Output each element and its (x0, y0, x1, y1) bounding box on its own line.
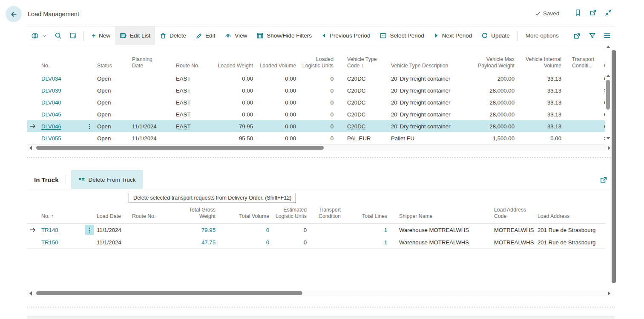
scroll-right-arrow[interactable] (608, 291, 610, 296)
transport-request-link[interactable]: TR150 (38, 239, 84, 246)
column-header-loaded-volume[interactable]: Loaded Volume (256, 63, 299, 72)
back-button[interactable] (6, 6, 22, 22)
save-status-label: Saved (543, 10, 559, 17)
column-header-transport-condition[interactable]: Transport Condition (311, 207, 356, 223)
column-header-no[interactable]: No. ↑ (38, 213, 84, 223)
upper-horizontal-scrollbar[interactable] (27, 145, 614, 151)
column-header-loaded-weight[interactable]: Loaded Weight (209, 63, 256, 72)
funnel-icon (589, 32, 596, 39)
select-period-icon (380, 32, 387, 39)
header-spacer (84, 70, 95, 72)
toolbar-divider (83, 31, 84, 41)
table-row[interactable]: DLV045 Open EAST 0.00 0.00 0 C20DC 20’ D… (27, 108, 605, 121)
scrollbar-thumb[interactable] (36, 291, 302, 295)
lower-horizontal-scrollbar[interactable] (27, 290, 614, 296)
scroll-left-arrow[interactable] (29, 146, 32, 150)
column-header-load-date[interactable]: Load Date (95, 213, 129, 223)
toolbar-divider (518, 31, 518, 41)
delivery-no-link[interactable]: DLV040 (38, 99, 84, 106)
eye-icon (224, 32, 232, 39)
transport-request-link[interactable]: TR148 (38, 227, 84, 233)
row-ellipsis-menu[interactable]: ⋮ (84, 123, 95, 129)
new-button[interactable]: + New (87, 26, 115, 45)
upper-vertical-scrollbar[interactable] (606, 74, 611, 143)
in-truck-table-header: No. ↑ Load Date Route No. Total Gross We… (27, 189, 605, 223)
scrollbar-thumb[interactable] (606, 80, 610, 110)
analyze-button[interactable] (66, 26, 80, 45)
column-header-no[interactable]: No. (38, 63, 84, 72)
delete-from-truck-label: Delete From Truck (89, 177, 136, 183)
scroll-left-arrow[interactable] (29, 291, 32, 296)
view-button[interactable]: View (220, 26, 252, 45)
column-header-total-volume[interactable]: Total Volume (218, 213, 273, 223)
update-label: Update (491, 32, 510, 39)
delivery-no-link[interactable]: DLV055 (38, 135, 84, 142)
bookmark-icon[interactable] (574, 9, 581, 16)
delete-from-truck-button[interactable]: Delete From Truck (71, 170, 143, 189)
scroll-right-arrow[interactable] (608, 146, 610, 150)
column-header-status[interactable]: Status (95, 63, 129, 72)
next-period-button[interactable]: Next Period (429, 26, 477, 45)
delivery-no-link[interactable]: DLV046 (38, 123, 84, 130)
edit-button[interactable]: Edit (191, 26, 220, 45)
switch-view-icon (31, 32, 39, 40)
page-scroll-up-arrow[interactable] (606, 46, 610, 48)
minimize-icon[interactable] (605, 9, 612, 16)
column-header-vehicle-max-payload-weight[interactable]: Vehicle Max Payload Weight (471, 56, 518, 72)
in-truck-section-header: In Truck Delete From Truck (27, 170, 615, 189)
column-header-vehicle-internal-volume[interactable]: Vehicle Internal Volume (518, 56, 566, 72)
delivery-no-link[interactable]: DLV034 (38, 75, 84, 82)
table-row[interactable]: DLV055 Open 11/1/2024 95.50 0.00 0 PAL.E… (27, 132, 605, 145)
filter-button[interactable] (585, 32, 600, 39)
table-row[interactable]: TR150 11/1/2024 47.75 0 0 1 Warehouse MO… (27, 236, 605, 249)
column-header-load-address-code[interactable]: Load Address Code (488, 207, 535, 223)
previous-period-button[interactable]: Previous Period (316, 26, 375, 45)
show-hide-filters-button[interactable]: Show/Hide Filters (252, 26, 316, 45)
delivery-table-header: No. Status Planning Date Route No. Loade… (27, 44, 605, 73)
select-period-button[interactable]: Select Period (375, 26, 428, 45)
delete-button[interactable]: Delete (155, 26, 191, 45)
column-header-vehicle-type-description[interactable]: Vehicle Type Description (388, 63, 471, 72)
search-button[interactable] (51, 26, 66, 45)
switch-view-button[interactable] (27, 26, 51, 45)
column-header-estimated-logistic-units[interactable]: Estimated Logistic Units (273, 207, 311, 223)
table-row-selected[interactable]: TR148 ⋮ 11/1/2024 79.95 0 0 1 Warehouse … (27, 223, 605, 237)
table-row[interactable]: DLV040 Open EAST 0.00 0.00 0 C20DC 20’ D… (27, 96, 605, 109)
table-row-selected[interactable]: DLV046 ⋮ Open 11/1/2024 EAST 79.95 0.00 … (27, 120, 605, 133)
scrollbar-thumb[interactable] (36, 146, 324, 150)
column-header-route-no[interactable]: Route No. (129, 213, 173, 223)
scroll-down-arrow[interactable] (606, 137, 610, 139)
open-in-new-window-icon[interactable] (589, 9, 597, 16)
triangle-right-icon (434, 33, 439, 38)
column-header-total-gross-weight[interactable]: Total Gross Weight (173, 207, 218, 223)
column-header-total-lines[interactable]: Total Lines (356, 213, 391, 223)
column-header-planning-date[interactable]: Planning Date (129, 56, 173, 72)
tooltip: Delete selected transport requests from … (129, 193, 296, 203)
table-row[interactable]: DLV039 Open EAST 0.00 0.00 0 C20DC 20’ D… (27, 84, 605, 97)
toggle-list-pane-button[interactable] (600, 32, 615, 39)
edit-list-button[interactable]: Edit List (115, 26, 155, 45)
column-header-shipper-name[interactable]: Shipper Name (391, 213, 488, 223)
column-header-vehicle-type-code[interactable]: Vehicle Type Code ↑ (338, 56, 388, 72)
current-row-pointer-icon (27, 123, 38, 130)
next-period-label: Next Period (442, 32, 472, 39)
delivery-no-link[interactable]: DLV039 (38, 87, 84, 94)
edit-list-icon (120, 32, 127, 39)
row-ellipsis-menu[interactable]: ⋮ (85, 225, 94, 235)
column-header-carrier[interactable]: Carrier (600, 63, 605, 72)
column-header-loaded-logistic-units[interactable]: Loaded Logistic Units (299, 56, 338, 72)
update-button[interactable]: Update (477, 26, 515, 45)
previous-period-label: Previous Period (330, 32, 370, 39)
refresh-icon (481, 32, 488, 39)
more-options-button[interactable]: More options (521, 26, 564, 45)
column-header-transport-condition[interactable]: Transport Conditi... (566, 56, 600, 72)
more-options-label: More options (526, 32, 559, 39)
delivery-no-link[interactable]: DLV045 (38, 111, 84, 118)
new-label: New (99, 32, 110, 39)
column-header-load-address[interactable]: Load Address (535, 213, 605, 223)
scroll-up-arrow[interactable] (606, 75, 610, 77)
column-header-route-no[interactable]: Route No. (173, 63, 209, 72)
page-vertical-scrollbar[interactable] (612, 50, 616, 283)
share-button[interactable] (569, 32, 585, 40)
table-row[interactable]: DLV034 Open EAST 0.00 0.00 0 C20DC 20’ D… (27, 72, 605, 85)
